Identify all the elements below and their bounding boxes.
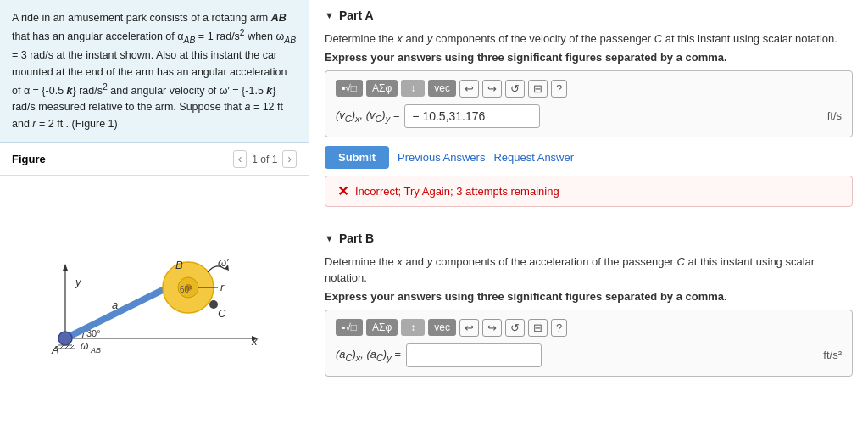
right-panel: ▼ Part A Determine the x and y component… <box>309 0 868 441</box>
problem-text: A ride in an amusement park consists of … <box>0 0 309 143</box>
part-a-prev-answers-link[interactable]: Previous Answers <box>398 151 485 164</box>
part-a-arrow: ▼ <box>325 10 334 20</box>
part-b-arrow: ▼ <box>325 233 334 243</box>
part-a-section: ▼ Part A Determine the x and y component… <box>325 8 853 207</box>
toolbar-redo-btn[interactable]: ↪ <box>482 80 502 98</box>
part-a-input[interactable] <box>404 104 540 128</box>
feedback-icon: ✕ <box>337 183 348 199</box>
part-b-toolbar: ▪√□ AΣφ ↕ vec ↩ ↪ ↺ ⊟ ? <box>336 319 842 337</box>
part-a-label: Part A <box>339 8 374 22</box>
toolbar-help-btn[interactable]: ? <box>551 80 567 98</box>
part-b-input-row: (aC)x, (aC)y = ft/s² <box>336 343 842 367</box>
figure-nav: ‹ 1 of 1 › <box>233 150 297 168</box>
part-b-toolbar-undo-btn[interactable]: ↩ <box>459 319 479 337</box>
part-b-toolbar-refresh-btn[interactable]: ↺ <box>505 319 525 337</box>
part-b-instruction: Express your answers using three signifi… <box>325 290 853 303</box>
svg-text:ω: ω <box>81 340 88 352</box>
part-a-action-row: Submit Previous Answers Request Answer <box>325 146 853 169</box>
figure-header: Figure ‹ 1 of 1 › <box>0 143 309 176</box>
part-a-header[interactable]: ▼ Part A <box>325 8 853 22</box>
toolbar-sqrt-btn[interactable]: ▪√□ <box>336 80 363 97</box>
toolbar-kbd-btn[interactable]: ⊟ <box>528 80 548 98</box>
svg-marker-5 <box>63 264 68 271</box>
svg-point-15 <box>209 300 218 309</box>
feedback-text: Incorrect; Try Again; 3 attempts remaini… <box>355 185 559 198</box>
part-a-answer-box: ▪√□ AΣφ ↕ vec ↩ ↪ ↺ ⊟ ? (vC)x, (vC)y = f… <box>325 70 853 137</box>
part-b-label: Part B <box>339 232 374 245</box>
part-a-instruction: Express your answers using three signifi… <box>325 51 853 64</box>
svg-text:y: y <box>75 276 82 288</box>
toolbar-vec-btn[interactable]: vec <box>428 80 456 97</box>
svg-text:AB: AB <box>90 346 101 354</box>
svg-line-29 <box>70 345 74 349</box>
toolbar-sigma-btn[interactable]: AΣφ <box>366 80 398 97</box>
part-b-toolbar-vec-btn[interactable]: vec <box>428 319 456 336</box>
svg-point-23 <box>58 332 72 345</box>
part-b-input-label: (aC)x, (aC)y = <box>336 348 401 363</box>
part-a-feedback: ✕ Incorrect; Try Again; 3 attempts remai… <box>325 176 853 207</box>
divider <box>325 220 853 221</box>
toolbar-refresh-btn[interactable]: ↺ <box>505 80 525 98</box>
part-b-section: ▼ Part B Determine the x and y component… <box>325 232 853 377</box>
figure-section: Figure ‹ 1 of 1 › y x 30° <box>0 143 309 441</box>
part-a-description: Determine the x and y components of the … <box>325 31 853 47</box>
svg-text:60°: 60° <box>180 285 192 294</box>
part-b-header[interactable]: ▼ Part B <box>325 232 853 245</box>
part-b-toolbar-arrows-btn[interactable]: ↕ <box>401 319 425 336</box>
part-a-unit: ft/s <box>827 109 842 122</box>
part-b-toolbar-sqrt-btn[interactable]: ▪√□ <box>336 319 363 336</box>
svg-text:a: a <box>112 299 118 311</box>
part-b-unit: ft/s² <box>823 349 842 361</box>
figure-prev-btn[interactable]: ‹ <box>233 150 248 168</box>
figure-next-btn[interactable]: › <box>282 150 297 168</box>
part-b-input[interactable] <box>406 343 542 367</box>
figure-page: 1 of 1 <box>252 154 277 165</box>
part-b-toolbar-kbd-btn[interactable]: ⊟ <box>528 319 548 337</box>
part-b-toolbar-help-btn[interactable]: ? <box>551 319 567 337</box>
part-b-description: Determine the x and y components of the … <box>325 254 853 287</box>
svg-text:r: r <box>220 281 225 293</box>
part-a-submit-btn[interactable]: Submit <box>325 146 389 169</box>
part-b-toolbar-redo-btn[interactable]: ↪ <box>482 319 502 337</box>
svg-line-27 <box>60 345 64 349</box>
part-a-toolbar: ▪√□ AΣφ ↕ vec ↩ ↪ ↺ ⊟ ? <box>336 80 842 98</box>
part-b-answer-box: ▪√□ AΣφ ↕ vec ↩ ↪ ↺ ⊟ ? (aC)x, (aC)y = f… <box>325 310 853 377</box>
figure-label: Figure <box>12 153 46 165</box>
part-a-input-label: (vC)x, (vC)y = <box>336 109 399 124</box>
part-a-request-answer-link[interactable]: Request Answer <box>493 151 574 164</box>
figure-svg: y x 30° <box>23 211 286 406</box>
part-a-input-row: (vC)x, (vC)y = ft/s <box>336 104 842 128</box>
toolbar-arrows-btn[interactable]: ↕ <box>401 80 425 97</box>
svg-text:B: B <box>175 259 183 271</box>
toolbar-undo-btn[interactable]: ↩ <box>459 80 479 98</box>
figure-canvas: y x 30° <box>0 176 309 441</box>
svg-text:C: C <box>218 307 226 320</box>
part-b-toolbar-sigma-btn[interactable]: AΣφ <box>366 319 398 336</box>
